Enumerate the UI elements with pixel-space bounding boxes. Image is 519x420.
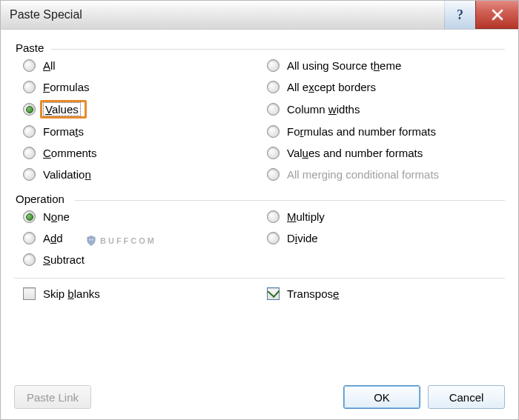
radio-icon [267,168,280,181]
radio-icon [267,59,280,72]
divider [14,278,505,279]
radio-add[interactable]: Add [23,232,261,244]
radio-all-except-borders[interactable]: All except borders [267,81,505,93]
radio-none[interactable]: None [23,210,261,223]
radio-label: Formats [43,125,84,138]
radio-label: Formulas [43,81,90,93]
ok-button[interactable]: OK [343,385,420,409]
radio-formulas[interactable]: Formulas [23,81,261,93]
operation-group-label: Operation [16,193,69,205]
radio-values[interactable]: Values [23,102,261,116]
radio-label: Multiply [287,210,325,223]
check-label: Skip blanks [43,287,100,300]
radio-icon [23,103,36,116]
dialog-title: Paste Special [10,8,444,21]
radio-icon [267,81,280,93]
radio-divide[interactable]: Divide [267,232,505,244]
paste-link-button: Paste Link [14,385,91,409]
radio-icon [23,168,36,181]
radio-multiply[interactable]: Multiply [267,210,505,223]
radio-label: Formulas and number formats [287,125,436,138]
radio-icon [23,81,36,93]
radio-label: All except borders [287,81,376,93]
paste-special-dialog: Paste Special ? Paste All [0,0,519,420]
check-label: Transpose [287,287,339,300]
paste-group-label: Paste [16,41,48,54]
radio-all-merging-conditional: All merging conditional formats [267,168,505,181]
close-button[interactable] [475,1,518,29]
radio-label: Subtract [43,253,85,266]
divider [75,200,505,201]
radio-label: All using Source theme [287,59,401,72]
radio-label: Validation [43,168,91,181]
paste-group: Paste All All using Source theme Formula… [14,43,505,181]
radio-icon [23,232,36,244]
help-icon: ? [457,7,463,23]
radio-icon [267,125,280,138]
values-highlight: Values [40,100,87,119]
radio-icon [23,253,36,266]
radio-formats[interactable]: Formats [23,125,261,138]
radio-all-source-theme[interactable]: All using Source theme [267,59,505,72]
radio-icon [23,147,36,159]
operation-radio-grid: None Multiply Add Divide Subtract [14,210,505,266]
radio-icon [23,210,36,223]
radio-label: Values [44,103,80,116]
radio-icon [267,210,280,223]
radio-label: All [43,59,56,72]
radio-label: Comments [43,147,97,159]
dialog-body: Paste All All using Source theme Formula… [0,30,519,420]
operation-group: Operation None Multiply Add Divide [14,194,505,266]
radio-formulas-number-formats[interactable]: Formulas and number formats [267,125,505,138]
radio-icon [267,232,280,244]
radio-label: Divide [287,232,318,244]
radio-column-widths[interactable]: Column widths [267,102,505,116]
radio-icon [267,103,280,116]
dialog-footer: Paste Link OK Cancel [14,375,505,409]
radio-icon [23,59,36,72]
radio-icon [23,125,36,138]
radio-label: All merging conditional formats [287,168,439,181]
radio-values-number-formats[interactable]: Values and number formats [267,147,505,159]
paste-radio-grid: All All using Source theme Formulas All … [14,59,505,181]
titlebar: Paste Special ? [0,0,519,30]
check-skip-blanks[interactable]: Skip blanks [23,287,261,300]
close-icon [491,8,504,21]
radio-label: Column widths [287,103,360,116]
radio-subtract[interactable]: Subtract [23,253,261,266]
radio-validation[interactable]: Validation [23,168,261,181]
radio-label: Values and number formats [287,147,423,159]
divider [51,49,505,50]
titlebar-buttons: ? [444,1,518,29]
checkbox-row: Skip blanks Transpose [14,287,505,300]
radio-all[interactable]: All [23,59,261,72]
radio-label: Add [43,232,63,244]
radio-icon [267,147,280,159]
checkbox-icon [267,287,280,300]
checkbox-icon [23,287,36,300]
check-transpose[interactable]: Transpose [267,287,505,300]
radio-comments[interactable]: Comments [23,147,261,159]
help-button[interactable]: ? [444,1,475,29]
radio-label: None [43,210,70,223]
cancel-button[interactable]: Cancel [428,385,505,409]
